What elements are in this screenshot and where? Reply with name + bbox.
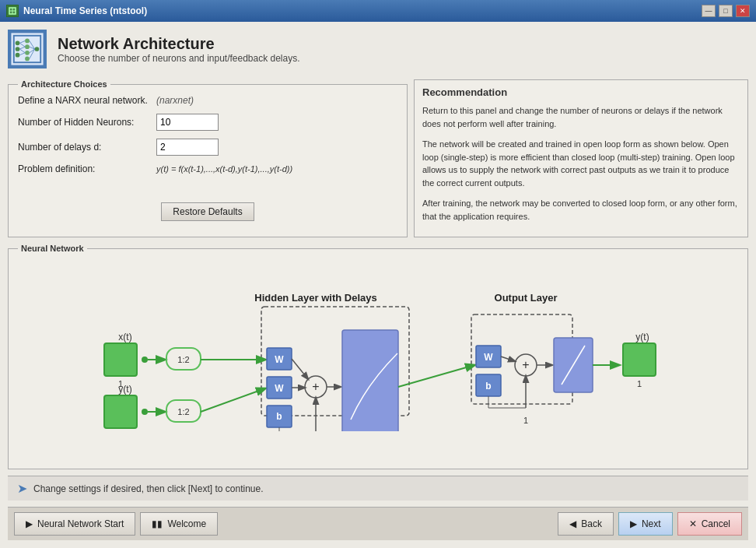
back-label: Back (581, 518, 602, 529)
svg-point-10 (25, 44, 30, 49)
svg-point-27 (142, 357, 148, 363)
rec-para2: The network will be created and trained … (422, 138, 740, 189)
output-layer-label: Output Layer (495, 292, 558, 304)
define-row: Define a NARX neural network. (narxnet) (18, 95, 397, 106)
output-size: 1 (523, 416, 528, 425)
bottom-bar: ▶ Neural Network Start ▮▮ Welcome ◀ Back… (8, 507, 748, 540)
maximize-button[interactable]: □ (719, 5, 733, 17)
svg-text:W: W (275, 354, 284, 365)
middle-row: Architecture Choices Define a NARX neura… (8, 79, 748, 237)
problem-value: y(t) = f(x(t-1),...,x(t-d),y(t-1),...,y(… (156, 164, 292, 174)
window-controls: ― □ ✕ (702, 5, 750, 17)
nn-start-button[interactable]: ▶ Neural Network Start (14, 512, 135, 536)
close-button[interactable]: ✕ (736, 5, 750, 17)
welcome-button[interactable]: ▮▮ Welcome (140, 512, 218, 536)
nn-diagram: Hidden Layer with Delays Output Layer x(… (18, 259, 738, 459)
minimize-button[interactable]: ― (702, 5, 716, 17)
status-arrow-icon: ➤ (17, 481, 27, 496)
svg-point-29 (142, 409, 148, 415)
svg-text:b: b (276, 411, 282, 422)
back-icon: ◀ (569, 518, 576, 529)
problem-row: Problem definition: y(t) = f(x(t-1),...,… (18, 163, 397, 174)
welcome-label: Welcome (167, 518, 206, 529)
svg-line-57 (501, 357, 515, 361)
x-label: x(t) (118, 332, 131, 342)
delay-2: 1:2 (177, 407, 189, 416)
welcome-icon: ▮▮ (152, 518, 163, 529)
svg-point-11 (25, 51, 30, 55)
svg-line-43 (292, 359, 308, 379)
y-output-size: 1 (637, 379, 642, 388)
svg-point-7 (16, 47, 20, 51)
title-bar: Neural Time Series (ntstool) ― □ ✕ (0, 0, 756, 22)
svg-text:W: W (484, 352, 493, 363)
nn-start-icon: ▶ (26, 518, 33, 529)
arch-legend: Architecture Choices (18, 79, 110, 89)
hidden-neurons-row: Number of Hidden Neurons: (18, 114, 397, 131)
rec-para1: Return to this panel and change the numb… (422, 104, 740, 130)
rec-title: Recommendation (422, 86, 740, 98)
header-section: Network Architecture Choose the number o… (8, 30, 748, 73)
delays-label: Number of delays d: (18, 142, 150, 153)
svg-rect-26 (104, 395, 137, 428)
nn-start-label: Neural Network Start (37, 518, 124, 529)
problem-label: Problem definition: (18, 163, 150, 174)
svg-point-8 (16, 53, 20, 58)
cancel-label: Cancel (702, 518, 730, 529)
page-subtitle: Choose the number of neurons and input/f… (58, 53, 300, 64)
status-bar: ➤ Change settings if desired, then click… (8, 476, 748, 501)
hidden-layer-label: Hidden Layer with Delays (254, 292, 377, 304)
nn-diagram-svg: Hidden Layer with Delays Output Layer x(… (82, 287, 674, 431)
define-value: (narxnet) (156, 95, 194, 106)
neural-network-panel: Neural Network Hidden Layer with Delays … (8, 244, 748, 469)
delays-input[interactable] (156, 139, 219, 156)
delays-row: Number of delays d: (18, 139, 397, 156)
header-text: Network Architecture Choose the number o… (58, 35, 300, 64)
svg-point-13 (35, 47, 40, 51)
svg-text:b: b (485, 381, 491, 392)
svg-point-12 (25, 57, 30, 61)
svg-point-6 (16, 40, 20, 45)
svg-text:+: + (312, 380, 319, 393)
page-title: Network Architecture (58, 35, 300, 53)
cancel-icon: ✕ (689, 518, 697, 529)
restore-defaults-button[interactable]: Restore Defaults (161, 202, 254, 221)
svg-rect-49 (342, 330, 398, 431)
window-icon (6, 5, 19, 17)
nn-legend: Neural Network (18, 244, 87, 253)
next-icon: ▶ (630, 518, 637, 529)
main-content: Network Architecture Choose the number o… (0, 22, 756, 548)
svg-point-9 (25, 39, 30, 44)
y-output-label: y(t) (635, 332, 649, 342)
svg-text:+: + (522, 358, 529, 371)
delay-1: 1:2 (177, 355, 189, 364)
back-button[interactable]: ◀ Back (558, 512, 614, 536)
architecture-choices-panel: Architecture Choices Define a NARX neura… (8, 79, 408, 237)
rec-para3: After training, the network may be conve… (422, 197, 740, 223)
hidden-neurons-input[interactable] (156, 114, 219, 131)
recommendation-panel: Recommendation Return to this panel and … (414, 79, 748, 237)
svg-rect-25 (104, 343, 137, 376)
bottom-right-buttons: ◀ Back ▶ Next ✕ Cancel (558, 512, 742, 536)
window-title: Neural Time Series (ntstool) (23, 5, 697, 16)
svg-line-34 (201, 388, 265, 412)
next-label: Next (642, 518, 661, 529)
cancel-button[interactable]: ✕ Cancel (677, 512, 742, 536)
svg-text:W: W (275, 383, 284, 394)
status-message: Change settings if desired, then click [… (33, 483, 264, 494)
header-icon (8, 30, 47, 68)
svg-rect-65 (623, 343, 656, 376)
define-label: Define a NARX neural network. (18, 95, 150, 106)
next-button[interactable]: ▶ Next (618, 512, 673, 536)
bottom-left-buttons: ▶ Neural Network Start ▮▮ Welcome (14, 512, 218, 536)
hidden-neurons-label: Number of Hidden Neurons: (18, 117, 150, 128)
y-input-label: y(t) (118, 384, 131, 395)
